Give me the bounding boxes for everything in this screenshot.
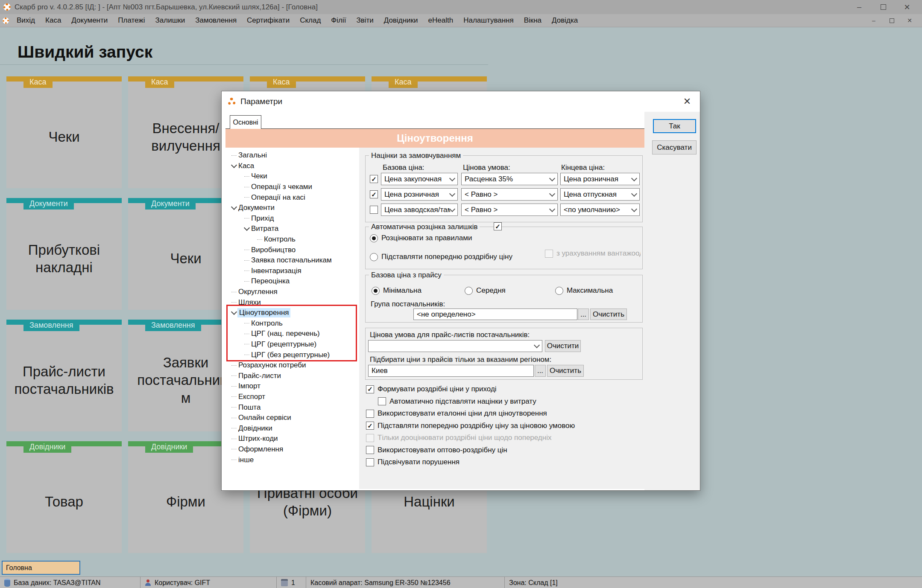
- radio-rules-row[interactable]: Розцінювати за правилами: [370, 234, 472, 242]
- close-icon[interactable]: ✕: [902, 3, 913, 12]
- mdi-close-icon[interactable]: ✕: [904, 16, 915, 25]
- tree-item-Заявка постачальникам[interactable]: Заявка постачальникам: [225, 255, 359, 266]
- radio-max[interactable]: [555, 287, 563, 295]
- radio-max-row[interactable]: Максимальна: [555, 286, 613, 295]
- option-row[interactable]: ✓Формувати роздрібні ціни у приході: [366, 385, 497, 393]
- menu-item-Налаштування[interactable]: Налаштування: [458, 15, 519, 26]
- radio-mid-row[interactable]: Середня: [465, 286, 506, 295]
- menu-item-Філії[interactable]: Філії: [326, 15, 351, 26]
- menu-item-Звіти[interactable]: Звіти: [351, 15, 378, 26]
- tree-item-Витрата[interactable]: Витрата: [225, 224, 359, 234]
- region-browse-button[interactable]: ...: [535, 365, 546, 377]
- option-row[interactable]: Використовувати еталонні ціни для ціноут…: [366, 409, 547, 418]
- radio-prev-price[interactable]: [370, 253, 378, 261]
- tree-item-ЦРГ (рецептурные)[interactable]: ЦРГ (рецептурные): [225, 339, 359, 350]
- radio-prev-price-row[interactable]: Підставляти попередню роздрібну ціну: [370, 253, 512, 261]
- menu-item-Замовлення[interactable]: Замовлення: [190, 15, 242, 26]
- base-price-combo[interactable]: Цена розничная: [381, 188, 458, 201]
- option-checkbox[interactable]: ✓: [366, 385, 374, 393]
- auto-pricing-checkbox[interactable]: ✓: [494, 222, 502, 230]
- markup-row-checkbox[interactable]: [370, 206, 378, 214]
- supplier-clear-button[interactable]: Очистить: [590, 309, 627, 320]
- tree-item-Документи[interactable]: Документи: [225, 203, 359, 213]
- tree-item-Переоцінка[interactable]: Переоцінка: [225, 276, 359, 287]
- base-price-combo[interactable]: Цена заводская/там: [381, 204, 458, 216]
- tree-item-Контроль[interactable]: Контроль: [225, 234, 359, 245]
- restore-icon[interactable]: [878, 3, 889, 12]
- menu-item-Довідка[interactable]: Довідка: [547, 15, 583, 26]
- ok-button[interactable]: Так: [653, 119, 696, 133]
- option-row[interactable]: Використовувати оптово-роздрібну цін: [366, 446, 507, 454]
- home-tab[interactable]: Головна: [2, 561, 80, 575]
- menu-item-Вікна[interactable]: Вікна: [519, 15, 547, 26]
- option-row[interactable]: Підсвічувати порушення: [366, 458, 460, 466]
- tile-Товар[interactable]: ДовідникиТовар: [6, 441, 122, 553]
- tree-item-Штрих-коди[interactable]: Штрих-коди: [225, 434, 359, 444]
- markup-row-checkbox[interactable]: ✓: [370, 175, 378, 183]
- option-row[interactable]: Автоматично підставляти націнки у витрат…: [378, 397, 536, 406]
- menu-item-Платежі[interactable]: Платежі: [113, 15, 150, 26]
- option-checkbox[interactable]: [366, 458, 374, 466]
- tree-item-ЦРГ (нац. перечень)[interactable]: ЦРГ (нац. перечень): [225, 329, 359, 339]
- final-price-combo[interactable]: Цена отпускная: [560, 188, 640, 201]
- tree-item-Операції з чеками[interactable]: Операції з чеками: [225, 182, 359, 192]
- option-checkbox[interactable]: [366, 446, 374, 454]
- menu-item-eHealth[interactable]: eHealth: [423, 15, 459, 26]
- tree-item-Прайс-листи[interactable]: Прайс-листи: [225, 370, 359, 381]
- radio-min[interactable]: [372, 287, 380, 295]
- menu-item-Сертифікати[interactable]: Сертифікати: [242, 15, 295, 26]
- tree-item-Чеки[interactable]: Чеки: [225, 171, 359, 182]
- price-condition-combo[interactable]: [368, 340, 542, 352]
- final-price-combo[interactable]: <по умолчанию>: [560, 204, 640, 216]
- tile-Прайс-листи постачальників[interactable]: ЗамовленняПрайс-листи постачальників: [6, 320, 122, 431]
- tree-item-Інвентаризація[interactable]: Інвентаризація: [225, 266, 359, 277]
- tree-item-Прихід[interactable]: Прихід: [225, 213, 359, 224]
- tree-item-Довідники[interactable]: Довідники: [225, 423, 359, 434]
- tree-item-Онлайн сервіси[interactable]: Онлайн сервіси: [225, 413, 359, 423]
- tree-item-Імпорт[interactable]: Імпорт: [225, 381, 359, 392]
- tree-item-Ціноутворення[interactable]: Ціноутворення: [225, 308, 359, 318]
- tree-item-Загальні[interactable]: Загальні: [225, 150, 359, 161]
- menu-item-Вихід[interactable]: Вихід: [12, 15, 40, 26]
- menu-item-Довідники[interactable]: Довідники: [379, 15, 423, 26]
- tree-item-Операції на касі[interactable]: Операції на касі: [225, 192, 359, 203]
- menu-item-Залишки[interactable]: Залишки: [150, 15, 190, 26]
- tile-Прибуткові накладні[interactable]: ДокументиПрибуткові накладні: [6, 198, 122, 310]
- option-checkbox[interactable]: [366, 410, 374, 418]
- minimize-icon[interactable]: –: [854, 3, 865, 12]
- mdi-restore-icon[interactable]: [886, 16, 897, 25]
- supplier-group-field[interactable]: <не определено>: [413, 309, 577, 320]
- tree-item-Шляхи[interactable]: Шляхи: [225, 297, 359, 308]
- tree-item-Розрахунок потреби[interactable]: Розрахунок потреби: [225, 360, 359, 371]
- option-checkbox[interactable]: [378, 397, 386, 405]
- tab-osnovni[interactable]: Основні: [230, 115, 261, 129]
- tree-item-Контроль[interactable]: Контроль: [225, 318, 359, 329]
- radio-mid[interactable]: [465, 287, 473, 295]
- tree-item-ЦРГ (без рецептурные)[interactable]: ЦРГ (без рецептурные): [225, 349, 359, 360]
- price-condition-clear-button[interactable]: Очистити: [545, 340, 581, 352]
- tree-item-Виробництво[interactable]: Виробництво: [225, 245, 359, 255]
- option-checkbox[interactable]: ✓: [366, 422, 374, 430]
- option-row[interactable]: ✓Підставляти попередню роздрібну ціну за…: [366, 422, 575, 430]
- tree-item-Округлення[interactable]: Округлення: [225, 287, 359, 297]
- dialog-close-icon[interactable]: ✕: [679, 94, 695, 109]
- tree-item-інше[interactable]: інше: [225, 454, 359, 465]
- region-field[interactable]: Киев: [368, 365, 534, 377]
- tile-Чеки[interactable]: КасаЧеки: [6, 76, 122, 188]
- menu-item-Склад[interactable]: Склад: [295, 15, 326, 26]
- menu-item-Каса[interactable]: Каса: [40, 15, 66, 26]
- markup-row-checkbox[interactable]: ✓: [370, 190, 378, 198]
- base-price-combo[interactable]: Цена закупочная: [381, 173, 458, 185]
- supplier-browse-button[interactable]: ...: [578, 309, 589, 320]
- price-condition-combo[interactable]: < Равно >: [461, 188, 558, 201]
- region-clear-button[interactable]: Очистить: [547, 365, 584, 377]
- radio-rules[interactable]: [370, 234, 378, 242]
- price-condition-combo[interactable]: Расценка 35%: [461, 173, 558, 185]
- radio-min-row[interactable]: Мінімальна: [372, 286, 421, 295]
- tree-item-Оформлення[interactable]: Оформлення: [225, 444, 359, 455]
- tree-item-Експорт[interactable]: Експорт: [225, 392, 359, 402]
- final-price-combo[interactable]: Цена розничная: [560, 173, 640, 185]
- cancel-button[interactable]: Скасувати: [652, 140, 697, 154]
- mdi-minimize-icon[interactable]: –: [868, 16, 879, 25]
- menu-item-Документи[interactable]: Документи: [66, 15, 113, 26]
